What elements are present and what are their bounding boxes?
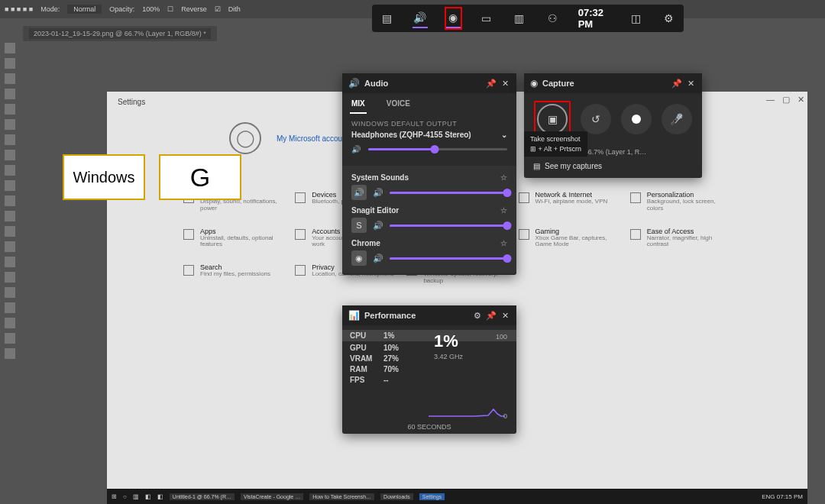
perf-main-value: 1% <box>434 331 458 351</box>
taskbar-item[interactable]: How to Take Screensh… <box>309 493 374 500</box>
pin-icon[interactable]: 📌 <box>486 311 497 321</box>
tool-icon[interactable] <box>5 302 15 313</box>
category-icon <box>295 192 306 203</box>
app-volume-slider[interactable] <box>390 192 507 194</box>
see-my-captures-link[interactable]: ▤ See my captures <box>524 160 702 178</box>
tool-icon[interactable] <box>5 180 15 191</box>
perf-xlabel: 60 SECONDS <box>342 423 516 431</box>
settings-category[interactable]: Apps Uninstall, defaults, optional featu… <box>183 228 284 249</box>
perf-sparkline <box>426 399 507 417</box>
app-volume-slider[interactable] <box>390 257 507 260</box>
category-icon <box>295 229 306 240</box>
tool-icon[interactable] <box>5 89 15 99</box>
settings-category[interactable]: Personalization Background, lock screen,… <box>630 191 731 212</box>
taskbar-item[interactable]: Downloads <box>380 493 413 500</box>
perf-metric-row[interactable]: RAM70% <box>350 365 509 373</box>
tool-icon[interactable] <box>5 257 15 267</box>
perf-metric-row[interactable]: GPU10% <box>350 344 509 352</box>
tab-voice[interactable]: VOICE <box>385 96 412 114</box>
pin-icon[interactable]: 📌 <box>671 79 682 89</box>
search-icon[interactable]: ○ <box>123 493 127 500</box>
tool-icon[interactable] <box>5 241 15 252</box>
mic-toggle-button[interactable]: 🎤̸ <box>662 104 692 134</box>
close-icon[interactable]: ✕ <box>500 79 510 89</box>
start-icon[interactable]: ⊞ <box>112 493 117 500</box>
audio-panel: 🔊 Audio 📌 ✕ MIX VOICE WINDOWS DEFAULT OU… <box>342 73 516 275</box>
master-volume-slider[interactable]: 🔊 <box>351 145 507 153</box>
favorite-icon[interactable]: ☆ <box>500 239 507 247</box>
xbox-social-icon[interactable]: ⚇ <box>545 8 559 28</box>
record-last-button[interactable]: ↺ <box>581 104 611 134</box>
taskbar-item-active[interactable]: Settings <box>419 493 445 500</box>
close-icon[interactable]: ✕ <box>685 79 696 89</box>
mode-value[interactable]: Normal <box>67 5 102 14</box>
mouse-icon[interactable]: ◫ <box>628 8 642 28</box>
output-device-dropdown[interactable]: Headphones (ZQHP-4155 Stereo) ⌄ <box>351 131 507 139</box>
tool-icon[interactable] <box>5 134 15 145</box>
tool-icon[interactable] <box>5 348 15 359</box>
maximize-icon[interactable]: ▢ <box>782 95 790 105</box>
tool-icon[interactable] <box>5 272 15 283</box>
tool-icon[interactable] <box>5 165 15 176</box>
tool-icon[interactable] <box>5 119 15 130</box>
taskbar-app-icon[interactable]: ◧ <box>145 493 151 500</box>
app-volume-slider[interactable] <box>390 225 507 227</box>
taskbar-item[interactable]: VistaCreate - Google … <box>241 493 303 500</box>
close-icon[interactable]: ✕ <box>798 95 804 105</box>
taskbar-item[interactable]: Untitled-1 @ 66.7% (R… <box>170 493 235 500</box>
capture-icon[interactable]: ◉ <box>446 8 461 28</box>
tool-icon[interactable] <box>5 58 15 69</box>
tooltip-title: Take screenshot <box>530 134 581 144</box>
taskview-icon[interactable]: ▥ <box>133 493 139 500</box>
settings-category[interactable]: Network & Internet Wi-Fi, airplane mode,… <box>519 191 620 212</box>
panel-title: Audio <box>364 79 483 88</box>
settings-category[interactable]: Gaming Xbox Game Bar, captures, Game Mod… <box>519 228 620 249</box>
perf-metric-row[interactable]: CPU1% <box>342 330 516 341</box>
favorite-icon[interactable]: ☆ <box>500 206 507 215</box>
perf-metric-row[interactable]: VRAM27% <box>350 354 509 363</box>
minimize-icon[interactable]: — <box>766 95 775 105</box>
opacity-value[interactable]: 100% <box>142 5 160 13</box>
speaker-icon: 🔊 <box>373 188 383 198</box>
photoshop-tab-bar: 2023-01-12_19-15-29.png @ 66.7% (Layer 1… <box>23 26 217 41</box>
app-name: Snagit Editor <box>351 206 399 215</box>
keycap-g: G <box>159 154 241 200</box>
settings-category[interactable]: Search Find my files, permissions <box>183 263 284 285</box>
resources-icon[interactable]: ▥ <box>512 8 526 28</box>
tool-icon[interactable] <box>5 333 15 344</box>
performance-icon[interactable]: ▭ <box>479 8 493 28</box>
document-tab[interactable]: 2023-01-12_19-15-29.png @ 66.7% (Layer 1… <box>29 28 211 39</box>
favorite-icon[interactable]: ☆ <box>500 173 507 182</box>
start-recording-button[interactable] <box>621 104 652 134</box>
tool-icon[interactable] <box>5 318 15 328</box>
tab-mix[interactable]: MIX <box>350 96 367 114</box>
device-name: Headphones (ZQHP-4155 Stereo) <box>351 131 471 139</box>
dither-label[interactable]: Dith <box>228 5 241 13</box>
screenshot-tooltip: Take screenshot ⊞ + Alt + Prtscrn <box>524 131 587 157</box>
reverse-label[interactable]: Reverse <box>181 5 207 13</box>
tool-icon[interactable] <box>5 226 15 237</box>
tool-icon[interactable] <box>5 287 15 298</box>
tool-icon[interactable] <box>5 195 15 206</box>
category-sub: Wi-Fi, airplane mode, VPN <box>535 199 608 205</box>
taskbar-app-icon[interactable]: ◧ <box>157 493 163 500</box>
metric-key: FPS <box>350 376 379 384</box>
pin-icon[interactable]: 📌 <box>486 79 497 89</box>
widgets-icon[interactable]: ▤ <box>380 8 394 28</box>
close-icon[interactable]: ✕ <box>500 311 510 321</box>
audio-icon[interactable]: 🔊 <box>412 8 427 28</box>
ms-account-link[interactable]: My Microsoft account <box>277 134 348 143</box>
tool-icon[interactable] <box>5 43 15 53</box>
tool-icon[interactable] <box>5 104 15 115</box>
performance-panel: 📊 Performance ⚙ 📌 ✕ CPU1%GPU10%VRAM27%RA… <box>342 305 516 434</box>
tray[interactable]: ENG 07:15 PM <box>762 493 803 500</box>
tool-icon[interactable] <box>5 211 15 221</box>
settings-category[interactable]: Ease of Access Narrator, magnifier, high… <box>630 228 731 249</box>
tool-icon[interactable] <box>5 150 15 160</box>
settings-gear-icon[interactable]: ⚙ <box>662 8 676 28</box>
perf-metric-row[interactable]: FPS-- <box>350 376 509 384</box>
options-icon[interactable]: ⚙ <box>472 311 483 321</box>
app-icon: ◉ <box>351 250 367 266</box>
tool-icon[interactable] <box>5 73 15 84</box>
take-screenshot-button[interactable]: ▣ <box>537 104 568 134</box>
